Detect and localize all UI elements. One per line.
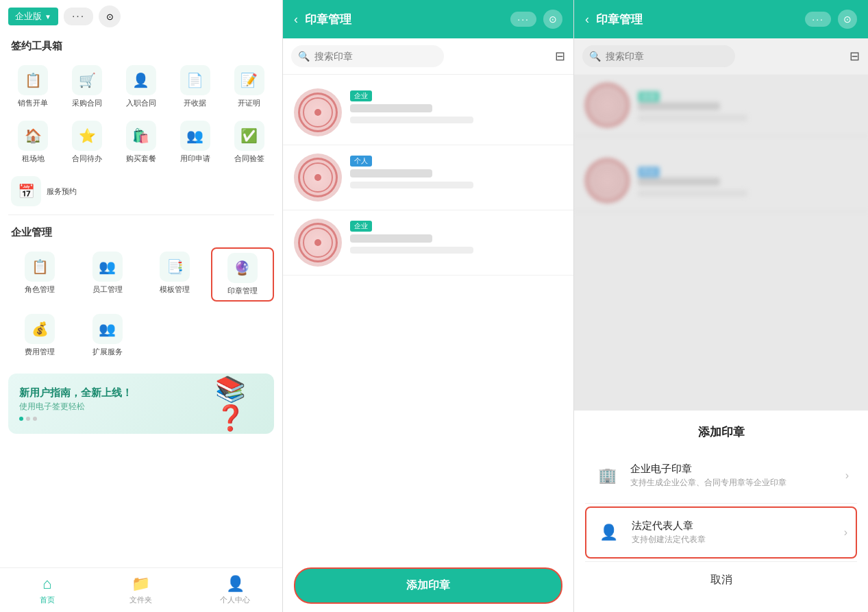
seal-name-blur — [350, 234, 432, 243]
left-header: 企业版 ▼ ··· ⊙ — [0, 0, 282, 33]
right-camera-icon[interactable]: ⊙ — [838, 10, 857, 29]
seal-desc-blur — [350, 182, 473, 188]
blurred-seal-2: 个人 — [574, 150, 868, 212]
filter-icon[interactable]: ⊟ — [555, 49, 565, 64]
tool-label: 用印申请 — [180, 154, 210, 164]
tool-icon: 👥 — [180, 121, 210, 151]
tool-sales-order[interactable]: 📋 销售开单 — [8, 61, 58, 112]
nav-home[interactable]: ⌂ 首页 — [0, 568, 94, 612]
mgmt-template[interactable]: 📑 模板管理 — [143, 247, 207, 302]
tool-contract-verify[interactable]: ✅ 合同验签 — [224, 117, 274, 168]
seal-info: 企业 — [350, 219, 562, 254]
cancel-button[interactable]: 取消 — [585, 561, 857, 598]
enterprise-seal-arrow: › — [845, 469, 849, 482]
sheet-item-content2: 法定代表人章 支持创建法定代表章 — [632, 519, 834, 546]
mgmt-role[interactable]: 📋 角色管理 — [8, 247, 72, 302]
mgmt-seal[interactable]: 🔮 印章管理 — [211, 247, 275, 302]
blurred-text2 — [638, 178, 720, 186]
seal-name-blur — [350, 169, 432, 178]
tool-icon: ✅ — [234, 121, 264, 151]
tool-icon: 👤 — [126, 65, 156, 95]
header-camera-icon[interactable]: ⊙ — [543, 10, 562, 29]
seal-tag: 企业 — [350, 90, 372, 101]
camera-icon: ⊙ — [106, 12, 114, 22]
mgmt-label: 模板管理 — [160, 284, 190, 295]
banner-illustration: 📚❓ — [215, 383, 263, 424]
tool-icon: 📄 — [180, 65, 210, 95]
divider — [8, 215, 274, 215]
seal-name-blur — [350, 104, 432, 112]
nav-profile[interactable]: 👤 个人中心 — [188, 568, 282, 612]
nav-files[interactable]: 📁 文件夹 — [94, 568, 188, 612]
tool-icon: 📅 — [11, 176, 41, 206]
tool-icon: 🛍️ — [126, 121, 156, 151]
tool-rent-venue[interactable]: 🏠 租场地 — [8, 117, 58, 168]
seal-item[interactable]: 企业 — [283, 210, 573, 276]
right-title: 印章管理 — [596, 12, 798, 27]
tool-pending-contract[interactable]: ⭐ 合同待办 — [62, 117, 112, 168]
legal-rep-seal-icon: 👤 — [595, 519, 622, 546]
sheet-enterprise-seal[interactable]: 🏢 企业电子印章 支持生成企业公章、合同专用章等企业印章 › — [585, 451, 857, 500]
back-icon[interactable]: ‹ — [294, 12, 298, 27]
mgmt-icon: 📑 — [160, 252, 190, 282]
search-wrap: 🔍 — [291, 45, 549, 67]
sheet-legal-rep-seal[interactable]: 👤 法定代表人章 支持创建法定代表章 › — [585, 506, 857, 559]
mgmt-extended[interactable]: 👥 扩展服务 — [76, 310, 140, 361]
seal-tag-blue: 个人 — [350, 156, 372, 167]
mgmt-expense[interactable]: 💰 费用管理 — [8, 310, 72, 361]
mgmt-employee[interactable]: 👥 员工管理 — [76, 247, 140, 302]
right-panel: ‹ 印章管理 ··· ⊙ 🔍 ⊟ 企业 — [573, 0, 868, 612]
seal-info: 企业 — [350, 88, 562, 123]
blurred-seal-area: 企业 个人 — [574, 75, 868, 411]
seal-desc-blur — [350, 117, 473, 123]
mgmt-grid: 📋 角色管理 👥 员工管理 📑 模板管理 🔮 印章管理 — [0, 243, 282, 306]
right-panel-content: ‹ 印章管理 ··· ⊙ 🔍 ⊟ 企业 — [574, 0, 868, 612]
header-dots[interactable]: ··· — [510, 12, 536, 27]
tool-certificate[interactable]: 📝 开证明 — [224, 61, 274, 112]
middle-title: 印章管理 — [305, 12, 504, 27]
enterprise-button[interactable]: 企业版 ▼ — [8, 8, 58, 25]
camera-button[interactable]: ⊙ — [99, 5, 121, 27]
add-seal-button[interactable]: 添加印章 — [294, 567, 562, 604]
search-input[interactable] — [291, 45, 444, 67]
dots-button[interactable]: ··· — [64, 8, 93, 25]
mgmt-label: 角色管理 — [25, 284, 55, 295]
seal-item[interactable]: 个人 — [283, 145, 573, 210]
blurred-text — [638, 102, 720, 110]
tool-seal-apply[interactable]: 👥 用印申请 — [170, 117, 220, 168]
right-filter-icon[interactable]: ⊟ — [850, 49, 860, 64]
tool-label: 租场地 — [22, 154, 45, 164]
tool-label: 开收据 — [184, 98, 206, 108]
tool-label: 购买套餐 — [126, 154, 156, 164]
seal-info: 个人 — [350, 154, 562, 188]
right-back-icon[interactable]: ‹ — [585, 12, 589, 27]
sheet-divider — [585, 503, 857, 504]
tool-onboard-contract[interactable]: 👤 入职合同 — [116, 61, 166, 112]
mgmt-icon: 💰 — [25, 314, 55, 344]
search-icon: 🔍 — [298, 51, 310, 62]
banner[interactable]: 新用户指南，全新上线！ 使用电子签更轻松 📚❓ — [8, 374, 274, 434]
seal-avatar — [294, 88, 342, 136]
left-panel: 企业版 ▼ ··· ⊙ 签约工具箱 📋 销售开单 🛒 采购合同 👤 入职合同 📄… — [0, 0, 282, 612]
tool-label: 开证明 — [238, 98, 260, 108]
tool-label: 合同验签 — [234, 154, 264, 164]
banner-dots — [19, 417, 208, 421]
right-search-input[interactable] — [582, 45, 735, 67]
right-header-dots[interactable]: ··· — [805, 12, 831, 27]
dot-active — [19, 417, 23, 421]
tool-receipt[interactable]: 📄 开收据 — [170, 61, 220, 112]
seal-list: 企业 个人 — [283, 75, 573, 559]
dot-inactive2 — [33, 417, 37, 421]
tool-service-booking[interactable]: 📅 服务预约 — [0, 172, 282, 210]
sheet-title: 添加印章 — [585, 424, 857, 440]
mgmt-label: 扩展服务 — [92, 347, 123, 357]
bottom-nav: ⌂ 首页 📁 文件夹 👤 个人中心 — [0, 567, 282, 612]
mgmt-label: 员工管理 — [92, 284, 123, 295]
banner-title: 新用户指南，全新上线！ — [19, 387, 208, 400]
seal-avatar — [294, 219, 342, 267]
tool-buy-package[interactable]: 🛍️ 购买套餐 — [116, 117, 166, 168]
mgmt-grid2: 💰 费用管理 👥 扩展服务 — [0, 306, 282, 365]
seal-item[interactable]: 企业 — [283, 80, 573, 145]
tool-purchase-contract[interactable]: 🛒 采购合同 — [62, 61, 112, 112]
blurred-text-sm — [638, 114, 747, 121]
